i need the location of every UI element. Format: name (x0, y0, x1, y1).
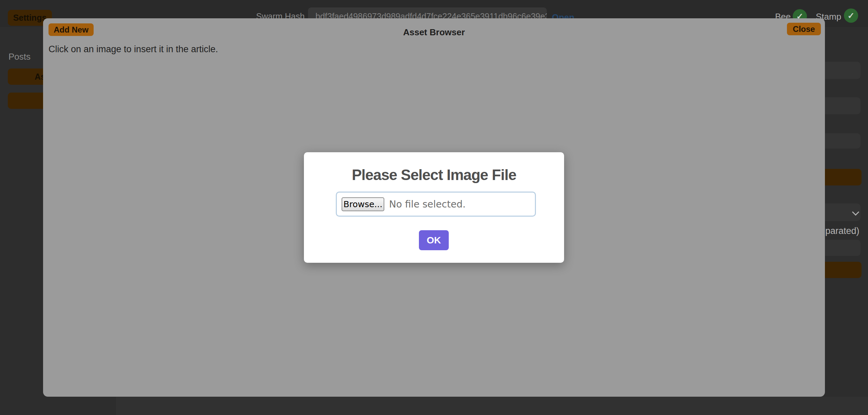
stamp-check-icon: ✓ (844, 8, 858, 23)
file-status-text: No file selected. (389, 199, 466, 210)
ok-button[interactable]: OK (419, 230, 449, 250)
file-select-dialog: Please Select Image File Browse... No fi… (304, 152, 564, 263)
modal-instruction-text: Click on an image to insert it in the ar… (49, 44, 218, 55)
close-button[interactable]: Close (787, 23, 821, 35)
posts-heading: Posts (8, 52, 31, 62)
browse-button[interactable]: Browse... (342, 197, 384, 211)
field-hint-text: parated) (825, 226, 860, 236)
dialog-title: Please Select Image File (304, 166, 564, 183)
modal-title: Asset Browser (43, 27, 825, 38)
content-area-background (116, 397, 868, 415)
file-input-field[interactable]: Browse... No file selected. (336, 192, 536, 217)
